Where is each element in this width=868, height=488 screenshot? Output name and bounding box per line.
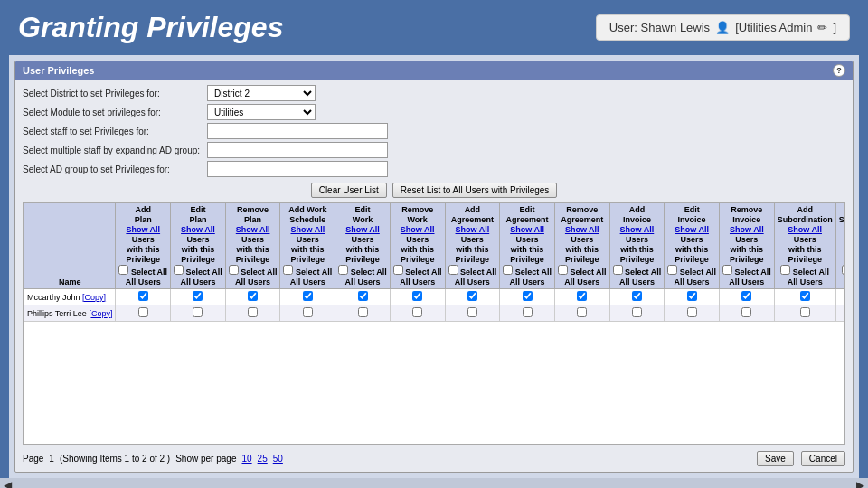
privilege-checkbox[interactable] — [358, 291, 368, 301]
select-all-edit-work[interactable] — [338, 265, 348, 275]
row-name: Mccarthy John [Copy] — [24, 289, 116, 305]
col-edit-work-schedule: EditWork Show All Users with this Privil… — [335, 203, 391, 289]
privilege-checkbox[interactable] — [412, 291, 422, 301]
page-title: Granting Privileges — [18, 11, 283, 44]
privilege-checkbox[interactable] — [687, 291, 697, 301]
staff-label: Select staff to set Privileges for: — [23, 123, 200, 139]
user-name: Mccarthy John — [27, 293, 80, 302]
privilege-checkbox[interactable] — [523, 291, 533, 301]
col-add-plan: AddPlan Show All Users with this Privile… — [116, 203, 171, 289]
select-all-edit-agreement[interactable] — [503, 265, 513, 275]
privilege-cell — [774, 289, 835, 305]
table-row: Phillips Terri Lee [Copy] — [24, 305, 846, 322]
privilege-checkbox[interactable] — [248, 307, 258, 317]
privilege-checkbox[interactable] — [800, 307, 810, 317]
col-edit-plan: EditPlan Show All Users with this Privil… — [171, 203, 226, 289]
privilege-checkbox[interactable] — [467, 291, 477, 301]
col-add-work-schedule: Add WorkSchedule Show All Users with thi… — [280, 203, 335, 289]
privilege-cell — [500, 305, 555, 322]
show-per-page-label: Show per page — [175, 454, 236, 464]
col-remove-agreement: RemoveAgreement Show All Users with this… — [554, 203, 609, 289]
privilege-checkbox[interactable] — [632, 291, 642, 301]
ad-priv-input[interactable] — [207, 161, 388, 177]
reset-list-button[interactable]: Reset List to All Users with Privileges — [392, 183, 558, 198]
select-all-remove-work[interactable] — [393, 265, 403, 275]
privilege-cell — [335, 305, 391, 322]
cancel-button[interactable]: Cancel — [801, 451, 845, 466]
staff-input[interactable] — [207, 123, 388, 139]
privilege-checkbox[interactable] — [193, 307, 203, 317]
privilege-checkbox[interactable] — [800, 291, 810, 301]
table-row: Mccarthy John [Copy] — [24, 289, 846, 305]
select-all-add-agreement[interactable] — [448, 265, 458, 275]
close-bracket: ] — [833, 21, 836, 34]
staff-control — [207, 123, 845, 139]
main-content: User Privileges ? Select District to set… — [9, 55, 859, 478]
user-label: User: Shawn Lewis — [609, 21, 710, 34]
per-page-25[interactable]: 25 — [258, 454, 268, 464]
privilege-checkbox[interactable] — [467, 307, 477, 317]
copy-link[interactable]: [Copy] — [89, 309, 112, 318]
privilege-cell — [719, 289, 774, 305]
privilege-checkbox[interactable] — [138, 291, 148, 301]
per-page-10[interactable]: 10 — [241, 454, 251, 464]
district-label: Select District to set Privileges for: — [23, 85, 200, 101]
privilege-checkbox[interactable] — [577, 291, 587, 301]
privilege-checkbox[interactable] — [632, 307, 642, 317]
privilege-cell — [609, 305, 665, 322]
edit-icon[interactable]: ✏ — [817, 21, 827, 34]
select-all-edit-invoice[interactable] — [667, 265, 677, 275]
module-control: Utilities — [207, 104, 845, 120]
privilege-checkbox[interactable] — [248, 291, 258, 301]
select-all-add-invoice[interactable] — [613, 265, 623, 275]
ad-group-label: Select multiple staff by expanding AD gr… — [23, 142, 200, 158]
privilege-cell — [335, 289, 391, 305]
ad-group-input[interactable] — [207, 142, 388, 158]
copy-link[interactable]: [Copy] — [82, 293, 106, 302]
clear-user-list-button[interactable]: Clear User List — [311, 183, 387, 198]
privileges-table: Name AddPlan Show All Users with this Pr… — [24, 202, 845, 322]
page-label: Page — [23, 454, 43, 464]
role-label: [Utilities Admin — [735, 21, 812, 34]
panel-header: User Privileges ? — [15, 61, 853, 80]
save-button[interactable]: Save — [757, 451, 794, 466]
select-all-add-work[interactable] — [283, 265, 293, 275]
scroll-left-arrow[interactable]: ◀ — [4, 479, 12, 488]
district-control: District 2 — [207, 85, 845, 101]
per-page-50[interactable]: 50 — [273, 454, 283, 464]
privilege-checkbox[interactable] — [523, 307, 533, 317]
form-section: Select District to set Privileges for: D… — [23, 85, 845, 177]
district-select[interactable]: District 2 — [207, 85, 316, 101]
select-all-add-sub[interactable] — [780, 265, 790, 275]
select-all-add-plan[interactable] — [118, 265, 128, 275]
privilege-checkbox[interactable] — [687, 307, 697, 317]
privileges-table-wrapper[interactable]: Name AddPlan Show All Users with this Pr… — [23, 202, 845, 445]
privilege-checkbox[interactable] — [577, 307, 587, 317]
select-all-remove-agreement[interactable] — [558, 265, 568, 275]
col-edit-agreement: EditAgreement Show All Users with this P… — [500, 203, 555, 289]
privilege-checkbox[interactable] — [193, 291, 203, 301]
privilege-checkbox[interactable] — [741, 307, 751, 317]
privilege-checkbox[interactable] — [303, 307, 313, 317]
select-all-remove-plan[interactable] — [229, 265, 239, 275]
module-select[interactable]: Utilities — [207, 104, 316, 120]
help-button[interactable]: ? — [833, 64, 845, 77]
col-edit-subordination: EditSubordination Show All Users with th… — [835, 203, 845, 289]
header: Granting Privileges User: Shawn Lewis 👤 … — [0, 0, 868, 55]
select-all-remove-invoice[interactable] — [722, 265, 732, 275]
privilege-checkbox[interactable] — [358, 307, 368, 317]
privilege-checkbox[interactable] — [138, 307, 148, 317]
privilege-checkbox[interactable] — [741, 291, 751, 301]
select-all-edit-sub[interactable] — [842, 265, 845, 275]
scroll-right-arrow[interactable]: ▶ — [856, 479, 864, 488]
privilege-checkbox[interactable] — [303, 291, 313, 301]
col-edit-invoice: EditInvoice Show All Users with this Pri… — [665, 203, 720, 289]
col-add-invoice: AddInvoice Show All Users with this Priv… — [609, 203, 665, 289]
user-icon: 👤 — [715, 21, 730, 34]
privilege-checkbox[interactable] — [412, 307, 422, 317]
action-buttons: Clear User List Reset List to All Users … — [23, 183, 845, 198]
ad-group-control — [207, 142, 845, 158]
privilege-cell — [116, 289, 171, 305]
col-remove-invoice: RemoveInvoice Show All Users with this P… — [719, 203, 774, 289]
select-all-edit-plan[interactable] — [174, 265, 184, 275]
